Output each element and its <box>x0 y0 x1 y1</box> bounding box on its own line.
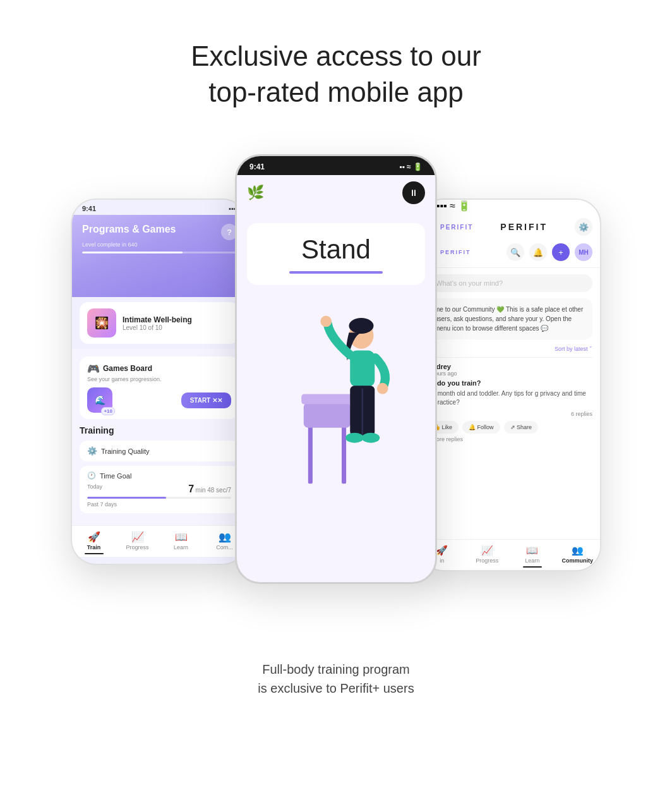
search-button[interactable]: 🔍 <box>507 243 524 261</box>
lotus-icon: 🌿 <box>247 185 264 201</box>
headline-line1: Exclusive access to our <box>191 40 481 71</box>
time-sec: 48 sec/7 <box>207 487 231 494</box>
svg-rect-1 <box>342 422 346 484</box>
nav-learn[interactable]: 📖 Learn <box>159 531 203 554</box>
rnav-learn[interactable]: 📖 Learn <box>510 545 555 568</box>
svg-rect-0 <box>308 422 313 484</box>
training-quality: Training Quality <box>101 447 150 455</box>
time-goal-label: Time Goal <box>100 472 131 480</box>
share-label: ⇗ Share <box>510 424 532 430</box>
left-screen-header: ? Programs & Games Level complete in 640 <box>72 215 246 297</box>
game-thumb: 🌊 +10 <box>87 387 112 413</box>
svg-point-11 <box>345 433 363 443</box>
program-card[interactable]: 🎇 Intimate Well-being Level 10 of 10 <box>80 302 239 344</box>
learn-icon: 📖 <box>175 531 188 543</box>
avatar[interactable]: MH <box>575 243 592 261</box>
nav-train-label: Train <box>87 544 101 550</box>
center-time: 9:41 <box>249 162 265 171</box>
time-goal-card[interactable]: 🕐 Time Goal Today 7 min 48 sec/7 Past 7 … <box>80 466 239 513</box>
svg-point-5 <box>349 318 373 334</box>
games-section: 🎮 Games Board See your games progression… <box>80 356 239 419</box>
phone-center: 9:41 ▪▪ ≈ 🔋 🌿 ⏸ Stand <box>235 154 437 584</box>
left-content: 🎮 Games Board See your games progression… <box>72 349 246 525</box>
post-title: en do you train? <box>427 379 592 387</box>
community-text: me to our Community 💚 This is a safe pla… <box>435 305 585 333</box>
svg-rect-2 <box>304 403 351 428</box>
games-desc: See your games progression. <box>87 376 231 382</box>
rnav-community[interactable]: 👥 Community <box>555 545 601 568</box>
center-signal: ▪▪ ≈ 🔋 <box>399 162 423 171</box>
stand-progress-bar <box>289 271 383 274</box>
nav-progress[interactable]: 📈 Progress <box>116 531 159 554</box>
phone-left: 9:41 ▪▪▪ ? Programs & Games Level comple… <box>71 198 248 565</box>
past-label: Past 7 days <box>87 501 231 508</box>
start-button[interactable]: START ✕✕ <box>181 392 231 408</box>
games-title: Games Board <box>103 364 152 373</box>
sort-label: Sort by latest ˅ <box>555 346 592 352</box>
right-content: What's on your mind? me to our Community… <box>419 268 600 449</box>
post-actions: 👍 Like 🔔 Follow ⇗ Share <box>427 421 592 434</box>
subtitle: Full-body training program is exclusive … <box>258 660 414 698</box>
time-value: 7 <box>188 484 194 494</box>
section-title: Programs & Games <box>82 224 236 235</box>
rnav-progress-icon: 📈 <box>481 545 493 556</box>
rnav-in-icon: 🚀 <box>436 545 448 556</box>
right-icons: ⚙️ <box>575 218 592 236</box>
today-label: Today <box>87 484 102 495</box>
settings-button[interactable]: ⚙️ <box>575 218 592 236</box>
svg-rect-3 <box>301 394 354 404</box>
svg-point-8 <box>377 383 388 394</box>
right-bottom-nav: 🚀 in 📈 Progress 📖 Learn 👥 Community <box>419 539 600 570</box>
stand-text: Stand <box>258 234 414 265</box>
perifit-logo: PERIFIT <box>500 222 548 232</box>
headline: Exclusive access to our top-rated mobile… <box>191 38 481 110</box>
xp-badge: +10 <box>101 407 115 415</box>
start-label: START ✕✕ <box>190 397 222 404</box>
replies-count: 6 replies <box>427 411 592 417</box>
stand-box: Stand <box>247 223 425 285</box>
training-quality-card[interactable]: ⚙️ Training Quality <box>80 441 239 461</box>
bell-button[interactable]: 🔔 <box>529 243 547 261</box>
progress-icon: 📈 <box>131 531 144 543</box>
program-info: Intimate Well-being Level 10 of 10 <box>123 315 192 331</box>
nav-progress-label: Progress <box>126 544 148 550</box>
training-section: Training ⚙️ Training Quality 🕐 Time Goal… <box>80 425 239 513</box>
program-name: Intimate Well-being <box>123 315 192 324</box>
right-status-bar: :11 ▪▪▪ ≈ 🔋 <box>419 200 600 212</box>
right-header: 🌿 PERIFIT PERIFIT ⚙️ 🌿 PERIFIT 🔍 🔔 + MH <box>419 212 600 268</box>
nav-train[interactable]: 🚀 Train <box>72 531 116 554</box>
center-header: 🌿 ⏸ <box>237 175 435 210</box>
add-button[interactable]: + <box>552 243 570 261</box>
train-icon: 🚀 <box>88 531 100 543</box>
follow-button[interactable]: 🔔 Follow <box>462 421 500 434</box>
community-box: me to our Community 💚 This is a safe pla… <box>427 298 592 339</box>
svg-point-7 <box>320 316 332 327</box>
rnav-community-label: Community <box>562 557 594 564</box>
rnav-progress-label: Progress <box>476 557 498 564</box>
program-thumb: 🎇 <box>87 308 116 338</box>
games-row: 🌊 +10 START ✕✕ <box>87 387 231 413</box>
sort-row[interactable]: Sort by latest ˅ <box>427 346 592 352</box>
more-replies[interactable]: 3 more replies <box>427 436 592 442</box>
left-time: 9:41 <box>82 205 96 212</box>
right-signal: ▪▪▪ ≈ 🔋 <box>436 200 471 211</box>
time-icon: 🕐 <box>87 471 96 480</box>
left-bottom-nav: 🚀 Train 📈 Progress 📖 Learn 👥 Com... <box>72 525 246 557</box>
perifit-label: PERIFIT <box>440 224 473 231</box>
community-icon: 👥 <box>219 531 231 543</box>
phones-showcase: 9:41 ▪▪▪ ? Programs & Games Level comple… <box>52 154 620 628</box>
level-label: Level complete in 640 <box>82 241 138 248</box>
rnav-learn-icon: 📖 <box>526 545 538 556</box>
phone-right: :11 ▪▪▪ ≈ 🔋 🌿 PERIFIT PERIFIT ⚙️ 🌿 PERIF… <box>418 198 601 571</box>
pause-button[interactable]: ⏸ <box>402 181 425 204</box>
post-body: a 5 month old and toddler. Any tips for … <box>427 389 592 407</box>
post-author: Audrey <box>427 363 592 370</box>
training-title: Training <box>80 425 239 435</box>
svg-point-12 <box>362 433 380 443</box>
left-status-bar: 9:41 ▪▪▪ <box>72 200 246 215</box>
rnav-progress[interactable]: 📈 Progress <box>465 545 510 568</box>
headline-line2: top-rated mobile app <box>208 76 464 107</box>
what-on-mind-input[interactable]: What's on your mind? <box>427 274 592 292</box>
share-button[interactable]: ⇗ Share <box>504 421 539 434</box>
quality-icon: ⚙️ <box>87 446 97 456</box>
